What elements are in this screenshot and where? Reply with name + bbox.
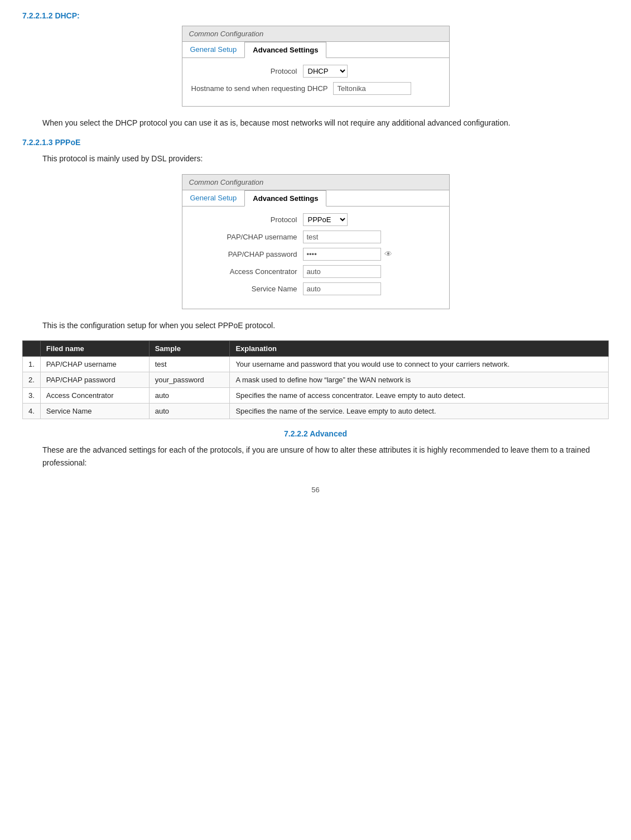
row-field: PAP/CHAP password [40, 372, 149, 388]
dhcp-hostname-row: Hostname to send when requesting DHCP [191, 82, 440, 95]
row-num: 4. [23, 404, 41, 419]
dhcp-tab-advanced[interactable]: Advanced Settings [244, 42, 326, 58]
table-header-empty [23, 341, 41, 357]
advanced-description: These are the advanced settings for each… [42, 444, 609, 469]
dhcp-config-box: Common Configuration General Setup Advan… [182, 26, 450, 107]
pppoe-password-label: PAP/CHAP password [191, 250, 303, 258]
row-sample: test [149, 357, 230, 372]
dhcp-hostname-label: Hostname to send when requesting DHCP [191, 84, 334, 93]
dhcp-protocol-label: Protocol [191, 67, 303, 75]
advanced-heading: 7.2.2.2 Advanced [22, 429, 609, 438]
pppoe-description: This is the configuration setup for when… [42, 319, 609, 332]
pppoe-config-box: Common Configuration General Setup Advan… [182, 174, 450, 309]
table-header-field: Filed name [40, 341, 149, 357]
pppoe-tab-advanced[interactable]: Advanced Settings [244, 190, 326, 207]
pppoe-protocol-row: Protocol PPPoE [191, 213, 440, 226]
table-header-sample: Sample [149, 341, 230, 357]
pppoe-username-row: PAP/CHAP username [191, 231, 440, 243]
pppoe-service-input[interactable] [303, 282, 381, 295]
pppoe-section: 7.2.2.1.3 PPPoE This protocol is mainly … [22, 138, 609, 419]
row-num: 2. [23, 372, 41, 388]
pppoe-protocol-select-wrap: PPPoE [303, 213, 348, 226]
row-explanation: A mask used to define how “large” the WA… [230, 372, 609, 388]
row-field: Access Concentrator [40, 388, 149, 404]
row-explanation: Your username and password that you woul… [230, 357, 609, 372]
dhcp-protocol-row: Protocol DHCP [191, 65, 440, 78]
advanced-section: 7.2.2.2 Advanced These are the advanced … [22, 429, 609, 469]
table-row: 2. PAP/CHAP password your_password A mas… [23, 372, 609, 388]
pppoe-concentrator-label: Access Concentrator [191, 267, 303, 276]
pppoe-username-label: PAP/CHAP username [191, 233, 303, 241]
row-num: 1. [23, 357, 41, 372]
pppoe-tab-general[interactable]: General Setup [182, 190, 245, 207]
table-row: 3. Access Concentrator auto Specifies th… [23, 388, 609, 404]
row-explanation: Specifies the name of access concentrato… [230, 388, 609, 404]
row-sample: your_password [149, 372, 230, 388]
pppoe-tabs: General Setup Advanced Settings [182, 190, 449, 207]
row-num: 3. [23, 388, 41, 404]
pppoe-protocol-label: Protocol [191, 215, 303, 224]
dhcp-protocol-select[interactable]: DHCP [303, 65, 348, 78]
dhcp-protocol-select-wrap: DHCP [303, 65, 348, 78]
dhcp-section: 7.2.2.1.2 DHCP: Common Configuration Gen… [22, 11, 609, 129]
pppoe-intro: This protocol is mainly used by DSL prov… [42, 152, 609, 165]
pppoe-service-label: Service Name [191, 285, 303, 293]
row-sample: auto [149, 388, 230, 404]
pppoe-protocol-select[interactable]: PPPoE [303, 213, 348, 226]
pppoe-concentrator-row: Access Concentrator [191, 265, 440, 278]
pppoe-config-title: Common Configuration [182, 175, 449, 190]
row-explanation: Specifies the name of the service. Leave… [230, 404, 609, 419]
dhcp-hostname-input[interactable] [333, 82, 411, 95]
dhcp-tabs: General Setup Advanced Settings [182, 42, 449, 58]
table-row: 4. Service Name auto Specifies the name … [23, 404, 609, 419]
dhcp-config-title: Common Configuration [182, 26, 449, 42]
row-sample: auto [149, 404, 230, 419]
pppoe-heading: 7.2.2.1.3 PPPoE [22, 138, 609, 147]
dhcp-tab-general[interactable]: General Setup [182, 42, 245, 58]
dhcp-description: When you select the DHCP protocol you ca… [42, 117, 609, 129]
pppoe-table: Filed name Sample Explanation 1. PAP/CHA… [22, 340, 609, 419]
row-field: Service Name [40, 404, 149, 419]
password-toggle-icon[interactable]: 👁 [384, 249, 392, 258]
page-number: 56 [22, 486, 609, 494]
pppoe-username-input[interactable] [303, 231, 381, 243]
pppoe-password-input[interactable] [303, 248, 381, 261]
pppoe-concentrator-input[interactable] [303, 265, 381, 278]
table-header-explanation: Explanation [230, 341, 609, 357]
table-row: 1. PAP/CHAP username test Your username … [23, 357, 609, 372]
pppoe-password-row: PAP/CHAP password 👁 [191, 248, 440, 261]
dhcp-heading: 7.2.2.1.2 DHCP: [22, 11, 609, 20]
pppoe-service-row: Service Name [191, 282, 440, 295]
row-field: PAP/CHAP username [40, 357, 149, 372]
